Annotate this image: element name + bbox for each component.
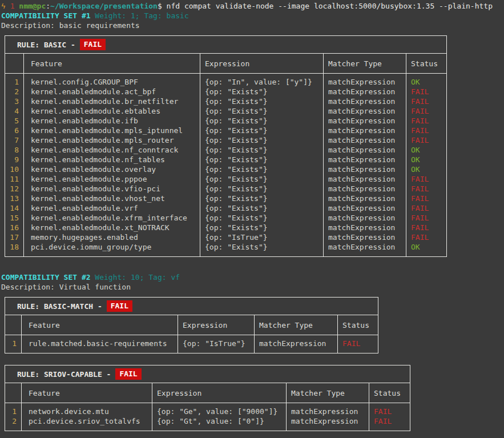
column-status: OKFAILFAILFAILFAILFAILFAILOKOKOKFAILFAIL…: [406, 74, 446, 256]
cell-value: matchExpression: [328, 87, 406, 97]
cell-value: matchExpression: [291, 416, 369, 426]
col-header-expression: Expression: [178, 315, 254, 335]
cell-value: {op: "Gt", value: ["0"]}: [157, 416, 286, 426]
cell-value: rule.matched.basic-requirements: [29, 339, 178, 348]
table-header-row: Feature Expression Matcher Type Status: [5, 383, 410, 403]
row-number: 6: [5, 126, 19, 135]
status-value: OK: [411, 242, 446, 252]
rule-status-badge: FAIL: [80, 39, 106, 50]
status-value: OK: [411, 145, 446, 155]
rule-name: RULE: BASIC -: [17, 40, 75, 50]
compat-set-meta: Weight: 10; Tag: vf: [91, 273, 180, 282]
terminal-window[interactable]: { "colors":{ "background":"#3a3a3a","for…: [0, 0, 504, 438]
cell-value: matchExpression: [328, 116, 406, 126]
cell-value: {op: "Exists"}: [205, 164, 323, 174]
prompt-segment: :: [46, 2, 50, 10]
row-number: 10: [5, 164, 19, 174]
cell-value: kernel.enabledmodule.overlay: [31, 164, 200, 174]
row-number: 16: [5, 223, 19, 232]
status-value: FAIL: [374, 407, 410, 416]
cell-value: {op: "Exists"}: [205, 145, 323, 155]
col-header-matcher-type: Matcher Type: [254, 315, 337, 335]
rule-table-sriov-capable: RULE: SRIOV-CAPABLE -FAIL Feature Expres…: [5, 365, 410, 431]
cell-value: {op: "Exists"}: [205, 174, 323, 184]
col-header-feature: Feature: [21, 383, 152, 403]
status-value: FAIL: [411, 106, 446, 116]
row-number: 12: [5, 184, 19, 194]
status-value: FAIL: [411, 135, 446, 145]
cell-value: matchExpression: [328, 223, 406, 232]
table-body: 123456789101112131415161718 kernel.confi…: [5, 74, 446, 256]
cell-value: network.device.mtu: [29, 407, 152, 416]
status-value: FAIL: [411, 87, 446, 97]
cell-value: matchExpression: [259, 339, 337, 348]
column-matcher-type: matchExpression: [254, 335, 337, 353]
status-value: FAIL: [411, 223, 446, 232]
rule-title-row: RULE: BASIC-MATCH -FAIL: [5, 298, 378, 315]
cell-value: kernel.enabledmodule.vhost_net: [31, 194, 200, 203]
row-number: 2: [5, 416, 17, 426]
cell-value: {op: "Exists"}: [205, 116, 323, 126]
prompt-segment: ϟ: [1, 2, 6, 10]
rule-status-badge: FAIL: [115, 368, 141, 380]
cell-value: pci.device.iommu_group/type: [31, 242, 200, 252]
compat-set-title: COMPATIBILITY SET #2: [1, 273, 91, 282]
rule-name: RULE: SRIOV-CAPABLE -: [17, 369, 111, 379]
cell-value: matchExpression: [328, 184, 406, 194]
row-number: 4: [5, 106, 19, 116]
cell-value: {op: "Exists"}: [205, 242, 323, 252]
col-header-index: [5, 54, 23, 73]
compat-set-meta: Weight: 1; Tag: basic: [91, 11, 189, 20]
column-index: 123456789101112131415161718: [5, 74, 23, 256]
rule-name: RULE: BASIC-MATCH -: [17, 302, 102, 311]
cell-value: matchExpression: [328, 242, 406, 252]
cell-value: matchExpression: [328, 135, 406, 145]
rule-title-row: RULE: BASIC -FAIL: [5, 36, 446, 54]
compat-set-2-header: COMPATIBILITY SET #2 Weight: 10; Tag: vf: [1, 272, 504, 282]
cell-value: pci.device.sriov_totalvfs: [29, 416, 152, 426]
cell-value: kernel.enabledmodule.mpls_router: [31, 135, 200, 145]
row-number: 1: [5, 407, 17, 416]
cell-value: {op: "IsTrue"}: [183, 339, 254, 348]
col-header-status: Status: [369, 383, 410, 403]
status-value: FAIL: [411, 213, 446, 223]
column-status: FAILFAIL: [369, 403, 410, 431]
cell-value: {op: "Exists"}: [205, 223, 323, 232]
cell-value: kernel.enabledmodule.br_netfilter: [31, 97, 200, 106]
cell-value: kernel.enabledmodule.nf_tables: [31, 155, 200, 164]
status-value: FAIL: [411, 116, 446, 126]
prompt-segment: 1: [6, 2, 15, 10]
prompt-segment: nmm@pc: [19, 2, 46, 10]
col-header-feature: Feature: [21, 315, 178, 335]
status-value: FAIL: [411, 184, 446, 194]
rule-table-basic: RULE: BASIC -FAIL Feature Expression Mat…: [5, 35, 447, 257]
cell-value: matchExpression: [328, 232, 406, 242]
column-expression: {op: "Ge", value: ["9000"]}{op: "Gt", va…: [152, 403, 286, 431]
cell-value: kernel.enabledmodule.xt_NOTRACK: [31, 223, 200, 232]
status-value: FAIL: [411, 232, 446, 242]
col-header-feature: Feature: [23, 54, 200, 73]
col-header-matcher-type: Matcher Type: [286, 383, 369, 403]
col-header-expression: Expression: [152, 383, 286, 403]
status-value: FAIL: [411, 126, 446, 135]
column-feature: kernel.config.CGROUP_BPFkernel.enabledmo…: [23, 74, 200, 256]
compat-set-1-header: COMPATIBILITY SET #1 Weight: 1; Tag: bas…: [1, 11, 504, 21]
prompt-segment: $: [158, 2, 162, 10]
cell-value: {op: "Exists"}: [205, 155, 323, 164]
table-header-row: Feature Expression Matcher Type Status: [5, 315, 378, 335]
cell-value: matchExpression: [328, 194, 406, 203]
status-value: FAIL: [411, 174, 446, 184]
row-number: 1: [5, 77, 19, 87]
row-number: 8: [5, 145, 19, 155]
column-index: 1: [5, 335, 21, 353]
cell-value: {op: "Exists"}: [205, 87, 323, 97]
row-number: 9: [5, 155, 19, 164]
column-expression: {op: "IsTrue"}: [178, 335, 254, 353]
row-number: 17: [5, 232, 19, 242]
cell-value: kernel.enabledmodule.pppoe: [31, 174, 200, 184]
row-number: 7: [5, 135, 19, 145]
table-body: 1 rule.matched.basic-requirements {op: "…: [5, 335, 378, 353]
cell-value: {op: "IsTrue"}: [205, 232, 323, 242]
column-matcher-type: matchExpressionmatchExpression: [286, 403, 369, 431]
cell-value: {op: "Ge", value: ["9000"]}: [157, 407, 286, 416]
